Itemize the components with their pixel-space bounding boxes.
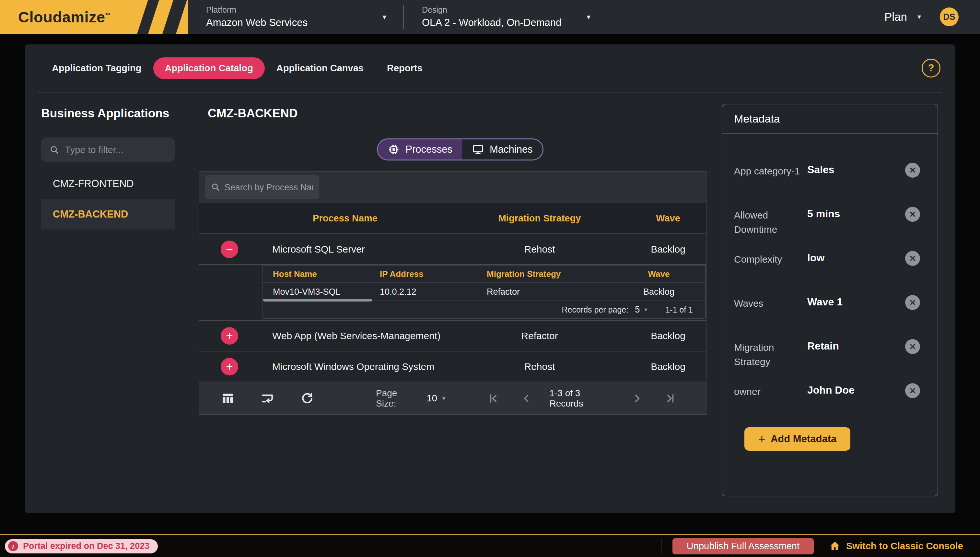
chevron-down-icon[interactable]: ▾ <box>382 13 386 21</box>
metadata-key: Complexity <box>734 251 807 267</box>
column-migration-strategy[interactable]: Migration Strategy <box>449 213 630 224</box>
remove-metadata-icon[interactable]: ✕ <box>905 383 920 398</box>
first-page-icon[interactable] <box>487 392 499 405</box>
plan-menu[interactable]: Plan ▾ <box>884 10 921 23</box>
tab-bar: Application Tagging Application Catalog … <box>25 44 956 92</box>
table-row[interactable]: + Microsoft Windows Operating System Reh… <box>199 351 706 382</box>
metadata-value: Sales <box>807 163 905 176</box>
remove-metadata-icon[interactable]: ✕ <box>905 163 920 178</box>
metadata-row: owner John Doe ✕ <box>734 383 923 412</box>
column-wave[interactable]: Wave <box>613 269 705 279</box>
chevron-down-icon: ▾ <box>917 13 921 21</box>
sidebar-filter[interactable] <box>41 137 175 162</box>
design-label: Design <box>422 5 561 15</box>
chevron-down-icon[interactable]: ▾ <box>442 394 445 402</box>
footer-divider <box>661 538 661 554</box>
add-metadata-button[interactable]: + Add Metadata <box>744 427 850 451</box>
portal-expired-text: Portal expired on Dec 31, 2023 <box>23 541 150 551</box>
wave-cell: Backlog <box>630 361 706 372</box>
plan-label: Plan <box>884 10 907 23</box>
migration-strategy-cell: Refactor <box>476 287 613 297</box>
sidebar-item-cmz-frontend[interactable]: CMZ-FRONTEND <box>41 169 175 199</box>
host-table-pagination: Records per page: 5 ▾ 1-1 of 1 <box>263 301 705 318</box>
logo-stripe <box>176 0 188 34</box>
previous-page-icon[interactable] <box>520 392 533 405</box>
logo-stripe <box>148 0 173 34</box>
chevron-down-icon[interactable]: ▾ <box>644 306 647 313</box>
wrap-text-icon[interactable] <box>260 391 275 406</box>
table-row[interactable]: + Web App (Web Services-Management) Refa… <box>199 320 706 351</box>
plus-icon: + <box>758 433 765 445</box>
columns-icon[interactable] <box>221 391 235 406</box>
home-icon <box>829 540 841 552</box>
metadata-value: John Doe <box>807 383 905 396</box>
process-search[interactable] <box>205 175 319 199</box>
collapse-row-button[interactable]: − <box>221 241 238 258</box>
platform-label: Platform <box>206 5 307 15</box>
filter-input[interactable] <box>65 145 166 155</box>
cpu-chip-icon <box>388 143 400 156</box>
search-icon <box>50 144 59 155</box>
metadata-row: Migration Strategy Retain ✕ <box>734 339 923 368</box>
remove-metadata-icon[interactable]: ✕ <box>905 207 920 222</box>
wave-cell: Backlog <box>613 287 705 297</box>
metadata-key: Migration Strategy <box>734 339 807 369</box>
metadata-row: App category-1 Sales ✕ <box>734 163 923 192</box>
ip-address-cell: 10.0.2.12 <box>369 287 476 297</box>
brand-name: Cloudamize™ <box>18 8 111 26</box>
metadata-panel: Metadata App category-1 Sales ✕ Allowed … <box>722 104 938 497</box>
toggle-processes[interactable]: Processes <box>378 139 462 160</box>
records-range: 1-1 of 1 <box>665 305 693 314</box>
main-card: Application Tagging Application Catalog … <box>25 44 956 513</box>
remove-metadata-icon[interactable]: ✕ <box>905 251 920 266</box>
chevron-down-icon[interactable]: ▾ <box>587 13 590 21</box>
tab-reports[interactable]: Reports <box>375 57 434 79</box>
column-host-name[interactable]: Host Name <box>263 269 369 279</box>
process-search-input[interactable] <box>224 182 314 192</box>
view-toggle: Processes Machines <box>377 138 543 161</box>
switch-to-classic-console[interactable]: Switch to Classic Console <box>829 540 963 552</box>
remove-metadata-icon[interactable]: ✕ <box>905 339 920 354</box>
unpublish-full-assessment-button[interactable]: Unpublish Full Assessment <box>673 538 814 554</box>
info-icon: i <box>8 541 18 551</box>
metadata-row: Allowed Downtime 5 mins ✕ <box>734 207 923 236</box>
process-name-cell: Microsoft Windows Operating System <box>241 361 449 372</box>
refresh-icon[interactable] <box>300 391 314 406</box>
search-icon <box>211 182 220 192</box>
tab-application-catalog[interactable]: Application Catalog <box>153 57 265 79</box>
column-migration-strategy[interactable]: Migration Strategy <box>476 269 613 279</box>
design-selector[interactable]: Design OLA 2 - Workload, On-Demand ▾ <box>422 5 590 29</box>
host-name-cell: Mov10-VM3-SQL <box>263 287 369 297</box>
column-process-name[interactable]: Process Name <box>241 213 449 224</box>
sidebar-title: Business Applications <box>41 107 175 120</box>
expanded-detail-row: Host Name IP Address Migration Strategy … <box>199 264 706 319</box>
host-row[interactable]: Mov10-VM3-SQL 10.0.2.12 Refactor Backlog <box>263 282 705 301</box>
help-icon[interactable]: ? <box>921 59 941 78</box>
expand-row-button[interactable]: + <box>221 327 238 345</box>
table-row[interactable]: − Microsoft SQL Server Rehost Backlog <box>199 233 706 264</box>
host-table: Host Name IP Address Migration Strategy … <box>262 265 706 319</box>
toggle-machines[interactable]: Machines <box>462 139 543 160</box>
horizontal-scrollbar[interactable] <box>263 299 372 301</box>
monitor-icon <box>472 143 484 156</box>
header-divider <box>403 5 404 29</box>
metadata-value: low <box>807 251 905 264</box>
bottom-bar: i Portal expired on Dec 31, 2023 Unpubli… <box>0 534 980 557</box>
column-ip-address[interactable]: IP Address <box>369 269 476 279</box>
page-size-value[interactable]: 10 <box>427 393 437 404</box>
expand-row-button[interactable]: + <box>221 358 238 375</box>
platform-selector[interactable]: Platform Amazon Web Services ▾ <box>206 5 386 29</box>
last-page-icon[interactable] <box>664 392 677 405</box>
records-per-page-value[interactable]: 5 <box>635 305 640 315</box>
brand-wordmark: Cloudamize <box>18 8 105 26</box>
migration-strategy-cell: Rehost <box>449 361 630 372</box>
avatar[interactable]: DS <box>940 7 959 26</box>
platform-value: Amazon Web Services <box>206 17 307 29</box>
next-page-icon[interactable] <box>631 392 644 405</box>
tab-application-canvas[interactable]: Application Canvas <box>265 57 375 79</box>
metadata-value: Wave 1 <box>807 295 905 308</box>
tab-application-tagging[interactable]: Application Tagging <box>40 57 153 79</box>
sidebar-item-cmz-backend[interactable]: CMZ-BACKEND <box>41 199 175 230</box>
remove-metadata-icon[interactable]: ✕ <box>905 295 920 310</box>
column-wave[interactable]: Wave <box>630 213 706 224</box>
